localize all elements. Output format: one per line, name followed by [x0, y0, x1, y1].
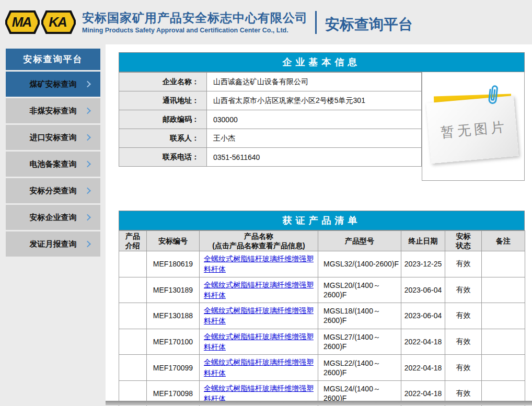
product-intro-cell	[119, 251, 147, 277]
sidebar-item-label: 安标企业查询	[30, 213, 77, 223]
page-header: MA KA 安标国家矿用产品安全标志中心有限公司 Mining Products…	[0, 0, 532, 44]
status-cell: 有效	[445, 277, 482, 303]
no-image-text: 暂无图片	[437, 118, 508, 142]
product-name-link[interactable]: 全螺纹式树脂锚杆玻璃纤维增强塑料杆体	[204, 332, 314, 351]
ma-badge-icon: MA	[5, 10, 40, 34]
table-row: MEF180619 全螺纹式树脂锚杆玻璃纤维增强塑料杆体 MGSL32/(140…	[119, 251, 525, 277]
table-row: 邮政编码： 030000	[119, 110, 422, 129]
cert-code-cell: MEF170099	[147, 355, 200, 381]
product-intro-cell	[119, 303, 147, 329]
col-product-model: 产品型号	[318, 231, 401, 251]
org-title-block: 安标国家矿用产品安全标志中心有限公司 Mining Products Safet…	[82, 10, 308, 34]
table-row: 联系电话： 0351-5611640	[119, 148, 422, 167]
table-row: MEF130188 全螺纹式树脂锚杆玻璃纤维增强塑料杆体 MGSL18/(140…	[119, 303, 525, 329]
remark-cell	[482, 329, 525, 355]
product-intro-cell	[119, 277, 147, 303]
org-name-en: Mining Products Safety Approval and Cert…	[82, 27, 308, 34]
end-date-cell: 2023-06-04	[401, 277, 445, 303]
chevron-right-icon	[84, 241, 91, 248]
sidebar-item-battery-record-query[interactable]: 电池备案查询	[6, 152, 100, 177]
sidebar-item-label: 进口安标查询	[30, 133, 77, 143]
remark-cell	[482, 303, 525, 329]
table-row: 通讯地址： 山西省太原市小店区巩家堡小区2号楼5单元301	[119, 91, 422, 110]
products-table: 产品 介绍 安标编号 产品名称 (点击产品名称查看产品信息) 产品型号 终止日期…	[119, 230, 525, 406]
paperclip-icon	[485, 83, 501, 107]
sidebar-item-monthly-report-query[interactable]: 发证月报查询	[6, 231, 100, 257]
company-name-value: 山西诚鑫达矿山设备有限公司	[207, 73, 422, 91]
col-product-intro: 产品 介绍	[119, 231, 147, 251]
contact-person-label: 联系人：	[119, 129, 207, 148]
chevron-right-icon	[84, 161, 91, 168]
chevron-right-icon	[84, 134, 91, 141]
chevron-right-icon	[84, 214, 91, 221]
product-model-cell: MGSL20/(1400～2600)F	[318, 277, 401, 303]
product-intro-cell	[119, 329, 147, 355]
col-product-name: 产品名称 (点击产品名称查看产品信息)	[200, 231, 318, 251]
ka-badge-icon: KA	[41, 10, 76, 34]
cert-code-cell: MEF170100	[147, 329, 200, 355]
maka-logo: MA KA	[5, 10, 76, 34]
cert-code-cell: MEF130189	[147, 277, 200, 303]
end-date-cell: 2022-04-18	[401, 355, 445, 381]
cert-code-cell: MEF180619	[147, 251, 200, 277]
products-title: 获证产品清单	[119, 211, 525, 230]
product-model-cell: MGSL32/(1400-2600)F	[318, 251, 401, 277]
product-name-link[interactable]: 全螺纹式树脂锚杆玻璃纤维增强塑料杆体	[204, 281, 314, 299]
end-date-cell: 2023-12-25	[401, 251, 445, 277]
address-value: 山西省太原市小店区巩家堡小区2号楼5单元301	[207, 91, 422, 110]
sidebar-item-import-query[interactable]: 进口安标查询	[6, 125, 100, 150]
product-name-link[interactable]: 全螺纹式树脂锚杆玻璃纤维增强塑料杆体	[204, 358, 314, 377]
chevron-right-icon	[84, 81, 91, 88]
product-model-cell: MGSL22/(1400～2600)F	[318, 355, 401, 381]
company-name-label: 企业名称：	[119, 73, 207, 91]
postal-code-label: 邮政编码：	[119, 110, 207, 129]
chevron-right-icon	[84, 188, 91, 194]
sidebar-item-non-coal-query[interactable]: 非煤安标查询	[6, 98, 100, 123]
cert-code-cell: MEF130188	[147, 303, 200, 329]
remark-cell	[482, 277, 525, 303]
sidebar-item-label: 非煤安标查询	[30, 106, 77, 116]
sidebar-header: 安标查询平台	[6, 49, 100, 70]
phone-label: 联系电话：	[119, 148, 207, 167]
sidebar-item-classification-query[interactable]: 安标分类查询	[6, 178, 100, 203]
sidebar-item-enterprise-query[interactable]: 安标企业查询	[6, 205, 100, 230]
product-model-cell: MGSL27/(1400～2600)F	[318, 329, 401, 355]
col-remark: 备注	[482, 231, 525, 251]
sidebar: 安标查询平台 煤矿安标查询 非煤安标查询 进口安标查询 电池备案查询 安标分类查…	[6, 49, 100, 257]
no-image-card: 暂无图片	[426, 96, 518, 164]
end-date-cell: 2022-04-18	[401, 329, 445, 355]
col-end-date: 终止日期	[401, 231, 445, 251]
product-name-link[interactable]: 全螺纹式树脂锚杆玻璃纤维增强塑料杆体	[204, 306, 314, 325]
company-info-title: 企业基本信息	[119, 52, 525, 72]
product-intro-cell	[119, 355, 147, 381]
sidebar-column: 安标查询平台 煤矿安标查询 非煤安标查询 进口安标查询 电池备案查询 安标分类查…	[0, 44, 106, 406]
sidebar-item-label: 煤矿安标查询	[30, 79, 77, 89]
phone-value: 0351-5611640	[207, 148, 422, 167]
status-cell: 有效	[445, 329, 482, 355]
sidebar-item-coal-mine-query[interactable]: 煤矿安标查询	[6, 72, 100, 97]
sidebar-item-label: 电池备案查询	[30, 159, 77, 169]
end-date-cell: 2023-06-04	[401, 303, 445, 329]
org-name-cn: 安标国家矿用产品安全标志中心有限公司	[82, 10, 308, 26]
table-row: MEF170099 全螺纹式树脂锚杆玻璃纤维增强塑料杆体 MGSL22/(140…	[119, 355, 525, 381]
status-cell: 有效	[445, 355, 482, 381]
table-row: MEF130189 全螺纹式树脂锚杆玻璃纤维增强塑料杆体 MGSL20/(140…	[119, 277, 525, 303]
table-header-row: 产品 介绍 安标编号 产品名称 (点击产品名称查看产品信息) 产品型号 终止日期…	[119, 231, 525, 251]
horizontal-scrollbar[interactable]	[106, 401, 532, 405]
product-name-link[interactable]: 全螺纹式树脂锚杆玻璃纤维增强塑料杆体	[204, 384, 314, 403]
ma-badge-text: MA	[7, 13, 38, 32]
ka-badge-text: KA	[43, 13, 74, 32]
status-cell: 有效	[445, 251, 482, 277]
contact-person-value: 王小杰	[207, 129, 422, 148]
products-section: 获证产品清单 产品 介绍 安标编号 产品名称 (点击产品名称查看产品信息) 产品…	[119, 211, 525, 406]
platform-title: 安标查询平台	[325, 10, 413, 34]
product-name-link[interactable]: 全螺纹式树脂锚杆玻璃纤维增强塑料杆体	[204, 254, 314, 273]
sidebar-item-label: 安标分类查询	[30, 186, 77, 196]
status-cell: 有效	[445, 303, 482, 329]
remark-cell	[482, 355, 525, 381]
sidebar-item-label: 发证月报查询	[30, 239, 77, 249]
table-row: MEF170100 全螺纹式树脂锚杆玻璃纤维增强塑料杆体 MGSL27/(140…	[119, 329, 525, 355]
chevron-right-icon	[84, 108, 91, 114]
address-label: 通讯地址：	[119, 91, 207, 110]
col-status: 安标 状态	[445, 231, 482, 251]
